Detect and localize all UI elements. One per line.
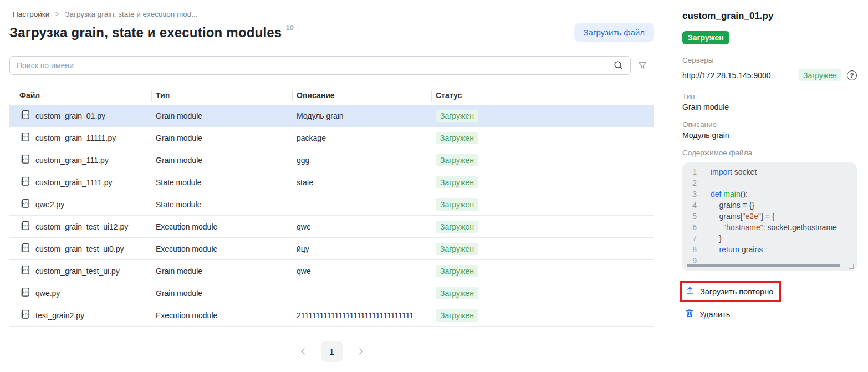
status-badge: Загружен [436, 309, 478, 322]
line-number: 5 [682, 212, 703, 223]
svg-text:</>: </> [23, 223, 29, 227]
file-type: Execution module [151, 222, 292, 231]
column-header-description[interactable]: Описание [292, 86, 431, 105]
table-row[interactable]: </> qwe.py Grain module Загружен [9, 282, 654, 304]
code-line: 6 "hostname": socket.gethostname [682, 223, 857, 234]
column-header-type[interactable]: Тип [151, 86, 292, 105]
code-horizontal-scrollbar[interactable] [687, 264, 840, 267]
column-header-status[interactable]: Статус [431, 86, 564, 105]
line-number: 1 [682, 167, 703, 179]
file-details-panel: custom_grain_01.py Загружен Серверы http… [670, 0, 868, 372]
table-row[interactable]: </> custom_grain_11111.py Grain module p… [9, 127, 654, 149]
status-badge: Загружен [436, 221, 478, 233]
table-row[interactable]: </> custom_grain_1111.py State module st… [9, 171, 654, 193]
svg-text:</>: </> [23, 268, 29, 271]
table-row[interactable]: </> custom_grain_test_ui0.py Execution m… [9, 238, 654, 260]
search-input[interactable] [9, 56, 631, 75]
line-code: return grains [703, 245, 763, 256]
file-type: Execution module [151, 311, 292, 320]
delete-row[interactable]: Удалить [685, 308, 857, 320]
filter-funnel-icon[interactable] [631, 60, 654, 70]
code-resize-handle-icon[interactable] [849, 264, 854, 269]
code-file-icon: </> [19, 242, 30, 256]
code-line: 7 } [682, 234, 857, 245]
table-row[interactable]: </> custom_grain_test_ui.py Grain module… [9, 260, 654, 282]
reupload-annotation-box[interactable]: Загрузить повторно [680, 281, 781, 302]
line-code: grains["e2e"] = { [703, 212, 774, 223]
file-name: test_grain2.py [35, 311, 84, 320]
code-file-icon: </> [19, 109, 30, 123]
server-status-badge: Загружен [799, 69, 841, 81]
code-line: 2 [682, 179, 857, 190]
file-description: state [292, 178, 431, 187]
code-file-icon: </> [19, 264, 30, 278]
svg-text:</>: </> [23, 157, 29, 160]
column-header-file[interactable]: Файл [9, 86, 151, 105]
reupload-button[interactable]: Загрузить повторно [700, 287, 773, 296]
pagination-prev-icon[interactable] [299, 347, 307, 356]
file-description: йцу [292, 244, 431, 253]
table-row[interactable]: </> test_grain2.py Execution module 2111… [9, 304, 654, 327]
code-file-icon: </> [19, 309, 30, 322]
breadcrumb-separator-icon: > [55, 9, 59, 18]
upload-file-button[interactable]: Загрузить файл [574, 23, 654, 42]
status-badge: Загружен [436, 110, 478, 122]
code-file-icon: </> [19, 220, 30, 233]
file-type: Grain module [151, 156, 292, 165]
file-name: custom_grain_test_ui0.py [35, 244, 124, 253]
file-type: State module [151, 178, 292, 187]
file-name: custom_grain_test_ui.py [35, 267, 120, 276]
search-row [9, 56, 654, 75]
code-viewer: 1 import socket 2 3 def main(): 4 grains… [682, 162, 857, 271]
status-badge: Загружен [436, 243, 478, 255]
file-description: 2111111111111111111111111111111 [292, 311, 431, 320]
file-name: custom_grain_01.py [35, 111, 105, 120]
file-description: Модуль grain [292, 111, 431, 120]
svg-text:</>: </> [23, 179, 29, 182]
table-row[interactable]: </> custom_grain_test_ui12.py Execution … [9, 216, 654, 238]
file-name: qwe.py [35, 289, 60, 298]
line-number: 8 [682, 245, 703, 256]
breadcrumb: Настройки > Загрузка grain, state и exec… [13, 9, 654, 18]
breadcrumb-settings[interactable]: Настройки [13, 10, 49, 18]
app-window: Настройки > Загрузка grain, state и exec… [0, 0, 868, 372]
pagination-page-1[interactable]: 1 [321, 341, 343, 362]
file-type: Grain module [151, 134, 292, 142]
status-badge: Загружен [436, 198, 478, 211]
status-badge: Загружен [436, 132, 478, 144]
panel-status-badge: Загружен [682, 31, 729, 44]
trash-icon [685, 308, 695, 320]
table-row[interactable]: </> custom_grain_01.py Grain module Моду… [9, 105, 654, 127]
pagination-next-icon[interactable] [357, 347, 365, 356]
table-row[interactable]: </> custom_grain_111.py Grain module ggg… [9, 149, 654, 171]
line-number: 6 [682, 223, 703, 234]
main-content: Настройки > Загрузка grain, state и exec… [0, 0, 670, 372]
file-description: qwe [292, 267, 431, 276]
type-value: Grain module [682, 103, 857, 111]
file-type: Grain module [151, 289, 292, 298]
code-line: 5 grains["e2e"] = { [682, 212, 857, 223]
svg-text:</>: </> [23, 290, 29, 293]
pagination: 1 [9, 341, 654, 362]
files-table: Файл Тип Описание Статус </> custom_grai… [9, 86, 654, 327]
svg-text:</>: </> [23, 201, 29, 205]
breadcrumb-current-page: Загрузка grain, state и execution mod... [65, 10, 197, 18]
code-line: 4 grains = {} [682, 201, 857, 212]
type-label: Тип [682, 92, 857, 100]
file-name: custom_grain_111.py [35, 156, 109, 165]
line-code: def main(): [703, 190, 748, 201]
file-type: Grain module [151, 267, 292, 276]
code-file-icon: </> [19, 198, 30, 211]
file-description: qwe [292, 222, 431, 231]
file-content-label: Содержимое файла [682, 149, 857, 157]
file-name: qwe2.py [35, 200, 64, 209]
help-icon[interactable]: ? [847, 70, 857, 80]
delete-button[interactable]: Удалить [699, 310, 730, 319]
search-icon[interactable] [613, 60, 624, 73]
server-url: http://172.28.15.145:9000 [682, 71, 771, 80]
code-line: 8 return grains [682, 245, 857, 256]
table-row[interactable]: </> qwe2.py State module Загружен [9, 193, 654, 216]
file-type: State module [151, 200, 292, 209]
panel-file-title: custom_grain_01.py [682, 11, 857, 22]
line-number: 4 [682, 201, 703, 212]
